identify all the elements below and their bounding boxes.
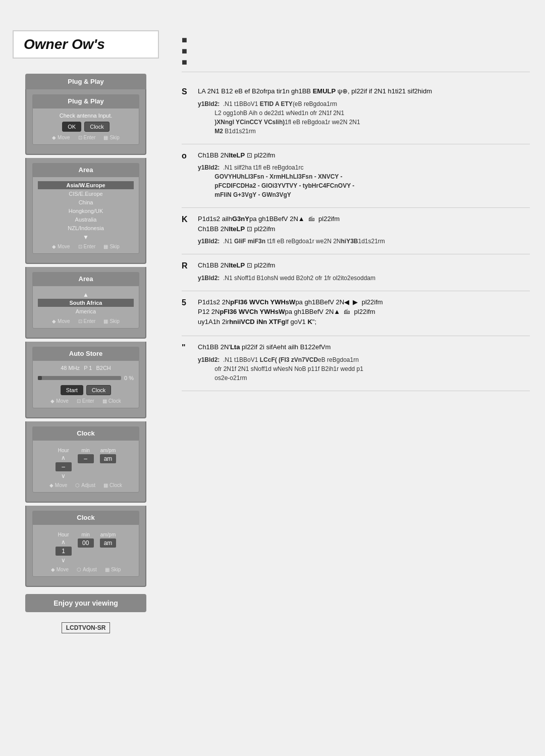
screen-section-area1: Area Asia/W.Europe CIS/E.Europe China Ho… bbox=[32, 163, 139, 254]
area-item-america[interactable]: America bbox=[38, 307, 134, 315]
step-content-k: P1d1s2 ailhG3nYpa gh1BBefV 2N▲ 🖮 pl22ifm… bbox=[198, 214, 530, 248]
step-letter-5: 5 bbox=[182, 297, 192, 307]
step-content-s: LA 2N1 B12 eB ef B2ofrpa tir1n gh1BB EMU… bbox=[198, 86, 530, 138]
step-letter-r: R bbox=[182, 260, 192, 271]
ampm-label-1: am/pm bbox=[100, 448, 116, 453]
clock-button-auto[interactable]: Clock bbox=[86, 385, 112, 395]
nav-move-clock1: ◆ Move bbox=[49, 482, 67, 488]
step-quote: " Ch1BB 2N'Lta pl22if 2i sifAeht ailh B1… bbox=[182, 336, 530, 391]
clock-icon-auto: ▦ bbox=[102, 398, 107, 404]
freq-row: 48 MHz P 1 B2CH bbox=[38, 365, 134, 371]
hour-up-2[interactable]: ∧ bbox=[61, 538, 66, 546]
enter-icon-2: ⊡ bbox=[78, 244, 82, 249]
step-s: S LA 2N1 B12 eB ef B2ofrpa tir1n gh1BB E… bbox=[182, 80, 530, 144]
screen-section-clock1: Clock Hour ∧ – ∨ min – bbox=[32, 426, 139, 493]
step-letter-k: K bbox=[182, 214, 192, 224]
nav-enter-1: ⊡ Enter bbox=[78, 135, 96, 140]
min-value-1[interactable]: – bbox=[78, 454, 94, 463]
clock-body-2: Hour ∧ 1 ∨ min 00 am/pm am bbox=[32, 524, 139, 577]
hour-label-2: Hour bbox=[58, 532, 69, 537]
nav-move-2: ◆ Move bbox=[52, 244, 70, 249]
area-item-cis[interactable]: CIS/E.Europe bbox=[38, 190, 134, 198]
screen-area-2: Area ▲ South Africa America ◆ Move ⊡ Ent… bbox=[25, 267, 146, 339]
area-arrow-up-2: ▲ bbox=[83, 291, 89, 298]
nav-clock-auto: ▦ Clock bbox=[102, 398, 121, 404]
hour-down-1[interactable]: ∨ bbox=[61, 472, 66, 479]
freq-ch: B2CH bbox=[96, 365, 111, 371]
area-list-2: ▲ South Africa America bbox=[38, 290, 134, 315]
intro-bullets: ■ ■ ■ bbox=[182, 30, 530, 72]
step-main-5: P1d1s2 2NpFI36 WVCh YWHsWpa gh1BBefV 2N◀… bbox=[198, 297, 530, 327]
clock-field-min-1: min – bbox=[78, 448, 94, 463]
area-item-australia[interactable]: Australia bbox=[38, 215, 134, 224]
clock-fields-1: Hour ∧ – ∨ min – am/pm am bbox=[38, 448, 134, 479]
screen-section-clock2: Clock Hour ∧ 1 ∨ min 00 bbox=[32, 511, 139, 577]
nav-clock-clock1: ▦ Clock bbox=[103, 482, 122, 488]
step-note-quote: y1Bld2: .N1 t1BBoV1 LCcF( (FI3 zVn7VCDeB… bbox=[198, 355, 530, 383]
screen-clock-1: Clock Hour ∧ – ∨ min – bbox=[25, 421, 146, 503]
step-letter-quote: " bbox=[182, 342, 192, 352]
auto-store-body: 48 MHz P 1 B2CH 0 % Start Clock bbox=[32, 360, 139, 408]
step-main-r: Ch1BB 2NlteLP ⊡ pl22ifm bbox=[198, 260, 530, 271]
progress-fill bbox=[38, 376, 42, 380]
nav-move-3: ◆ Move bbox=[52, 318, 70, 324]
enter-icon-1: ⊡ bbox=[78, 135, 82, 140]
skip-icon-3: ▦ bbox=[103, 318, 108, 324]
step-main-o: Ch1BB 2NlteLP ⊡ pl22ifm bbox=[198, 150, 530, 160]
clock-field-hour-1: Hour ∧ – ∨ bbox=[56, 448, 72, 479]
ok-button[interactable]: OK bbox=[62, 122, 81, 132]
area-body-1: Asia/W.Europe CIS/E.Europe China Hongkon… bbox=[32, 177, 139, 254]
area-item-hk[interactable]: Hongkong/UK bbox=[38, 207, 134, 215]
step-5: 5 P1d1s2 2NpFI36 WVCh YWHsWpa gh1BBefV 2… bbox=[182, 291, 530, 337]
nav-row-2: ◆ Move ⊡ Enter ▦ Skip bbox=[38, 244, 134, 249]
enter-icon-3: ⊡ bbox=[78, 318, 82, 324]
nav-skip-2: ▦ Skip bbox=[103, 244, 119, 249]
area-item-china[interactable]: China bbox=[38, 198, 134, 206]
step-note-s: y1Bld2: .N1 t1BBoV1 ETID A ETY(eB reBgdo… bbox=[198, 99, 530, 136]
nav-adjust-clock1: ⬡ Adjust bbox=[75, 482, 95, 488]
page: Owner Ow's Plug & Play Plug & Play Check… bbox=[0, 0, 545, 756]
step-content-5: P1d1s2 2NpFI36 WVCh YWHsWpa gh1BBefV 2N◀… bbox=[198, 297, 530, 330]
hour-value-1[interactable]: – bbox=[56, 462, 72, 471]
step-main-s: LA 2N1 B12 eB ef B2ofrpa tir1n gh1BB EMU… bbox=[198, 86, 530, 96]
plug-play-header: Plug & Play bbox=[25, 74, 146, 89]
nav-adjust-clock2: ⬡ Adjust bbox=[77, 567, 97, 572]
min-value-2[interactable]: 00 bbox=[78, 538, 94, 548]
check-antenna-text: Check antenna Input. bbox=[38, 113, 134, 119]
left-panel: Owner Ow's Plug & Play Plug & Play Check… bbox=[0, 15, 172, 741]
area-item-nzl[interactable]: NZL/Indonesia bbox=[38, 224, 134, 232]
move-icon-2: ◆ bbox=[52, 244, 56, 249]
step-r: R Ch1BB 2NlteLP ⊡ pl22ifm y1Bld2: .N1 sN… bbox=[182, 254, 530, 291]
hour-up-1[interactable]: ∧ bbox=[61, 454, 66, 461]
area-item-asia[interactable]: Asia/W.Europe bbox=[38, 181, 134, 189]
hour-value-2[interactable]: 1 bbox=[56, 547, 72, 556]
move-icon-1: ◆ bbox=[52, 135, 56, 140]
start-button[interactable]: Start bbox=[61, 385, 83, 395]
clock-button-1[interactable]: Clock bbox=[84, 122, 110, 132]
clock-title-2: Clock bbox=[32, 511, 139, 524]
screen-body-1: Check antenna Input. OK Clock ◆ Move ⊡ E… bbox=[32, 108, 139, 145]
intro-bullet-2: ■ bbox=[182, 46, 530, 56]
hour-label-1: Hour bbox=[58, 448, 69, 453]
area-item-sa[interactable]: South Africa bbox=[38, 299, 134, 307]
min-label-1: min bbox=[82, 448, 90, 453]
clock-icon-clock1: ▦ bbox=[103, 482, 108, 488]
hour-down-2[interactable]: ∨ bbox=[61, 557, 66, 564]
nav-move-auto: ◆ Move bbox=[50, 398, 68, 404]
ampm-label-2: am/pm bbox=[100, 532, 116, 537]
adjust-icon-clock2: ⬡ bbox=[77, 567, 81, 572]
screen-plug-play-1: Plug & Play Check antenna Input. OK Cloc… bbox=[25, 89, 146, 155]
nav-skip-3: ▦ Skip bbox=[103, 318, 119, 324]
clock-body-1: Hour ∧ – ∨ min – am/pm am bbox=[32, 440, 139, 493]
area-list-1: Asia/W.Europe CIS/E.Europe China Hongkon… bbox=[38, 181, 134, 241]
ampm-value-2[interactable]: am bbox=[100, 538, 117, 548]
ampm-value-1[interactable]: am bbox=[100, 454, 117, 463]
freq-p: P 1 bbox=[84, 365, 92, 371]
right-panel: ■ ■ ■ S LA 2N1 B12 eB ef B2ofrpa tir1n g… bbox=[172, 15, 545, 741]
move-icon-3: ◆ bbox=[52, 318, 56, 324]
step-list: S LA 2N1 B12 eB ef B2ofrpa tir1n gh1BB E… bbox=[182, 80, 530, 391]
btn-row-auto: Start Clock bbox=[38, 385, 134, 395]
move-icon-auto: ◆ bbox=[50, 398, 54, 404]
move-icon-clock1: ◆ bbox=[49, 482, 53, 488]
step-note-k: y1Bld2: .N1 GliF miF3n t1fl eB reBgdoa1r… bbox=[198, 237, 530, 246]
